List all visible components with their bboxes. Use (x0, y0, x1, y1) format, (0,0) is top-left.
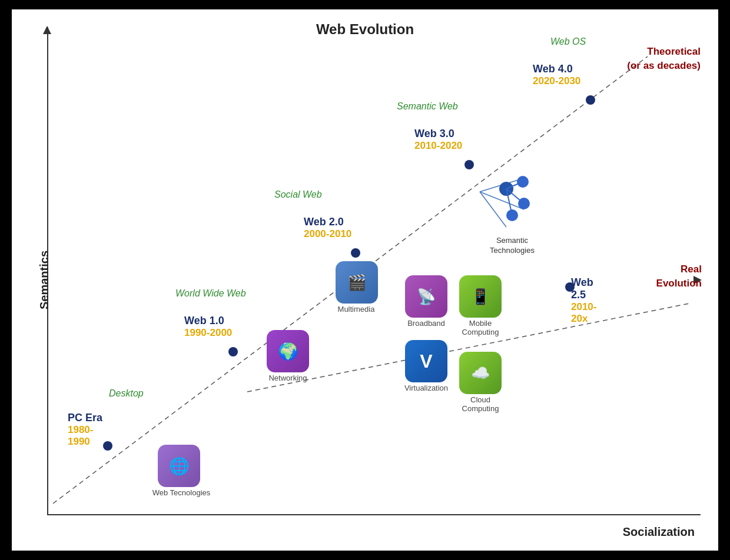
web20-year: 2000-2010 (304, 228, 351, 240)
web10-point: Web 1.0 1990-2000 World Wide Web (228, 347, 238, 356)
multimedia-label: Multimedia (333, 305, 380, 314)
svg-point-8 (506, 209, 518, 221)
web40-name: Web 4.0 (533, 63, 580, 75)
web30-name: Web 3.0 (414, 128, 462, 140)
axis-y-label: Semantics (38, 251, 51, 309)
axis-x (47, 514, 701, 515)
svg-point-6 (517, 176, 529, 188)
web30-year: 2010-2020 (414, 140, 462, 152)
web30-point: Web 3.0 2010-2020 Semantic Web (464, 160, 474, 169)
pc-era-name: PC Era (68, 412, 112, 424)
web10-era: World Wide Web (175, 288, 246, 299)
pc-era-year: 1980-1990 (68, 424, 112, 448)
svg-line-9 (506, 182, 523, 189)
multimedia-container: 🎬 Multimedia (336, 261, 378, 304)
semantic-tech-label: SemanticTechnologies (489, 236, 536, 256)
chart-container: Web Evolution Semantics Socialization Se… (12, 9, 718, 551)
web25-year: 2010-20x (571, 301, 596, 325)
web20-point: Web 2.0 2000-2010 Social Web (351, 248, 360, 258)
svg-point-5 (499, 182, 513, 196)
web10-year: 1990-2000 (184, 327, 232, 339)
broadband-label: Broadband (405, 319, 447, 328)
web40-year: 2020-2030 (533, 75, 580, 87)
axis-x-label: Socialization (623, 525, 695, 539)
chart-title: Web Evolution (316, 21, 414, 38)
svg-line-3 (480, 192, 524, 209)
web20-era: Social Web (274, 189, 322, 200)
semantic-tech-svg (483, 171, 530, 236)
web25-name: Web 2.5 (571, 276, 596, 301)
svg-line-10 (506, 189, 524, 204)
web20-name: Web 2.0 (304, 216, 351, 228)
web30-era: Semantic Web (397, 101, 458, 112)
web25-point: Web 2.5 2010-20x (565, 282, 575, 292)
mobile-label: MobileComputing (456, 319, 505, 336)
pc-era-era: Desktop (109, 388, 144, 399)
svg-line-2 (480, 180, 518, 192)
svg-point-7 (518, 198, 530, 209)
web40-point: Web 4.0 2020-2030 Web OS (586, 95, 595, 105)
real-evolution-label: RealEvolution (656, 262, 702, 291)
axis-y-arrow (43, 26, 51, 34)
web40-era: Web OS (550, 36, 586, 47)
web10-name: Web 1.0 (184, 315, 232, 327)
theoretical-label: Theoretical(or as decades) (627, 45, 701, 73)
svg-line-4 (480, 192, 506, 227)
web-tech-label: Web Tecnologies (149, 488, 214, 497)
svg-line-11 (506, 189, 512, 215)
virtualization-label: Virtualization (399, 384, 453, 392)
pc-era-point: PC Era 1980-1990 Desktop (103, 441, 112, 451)
networking-label: Networking (267, 374, 309, 382)
cloud-label: CloudComputing (459, 395, 502, 413)
